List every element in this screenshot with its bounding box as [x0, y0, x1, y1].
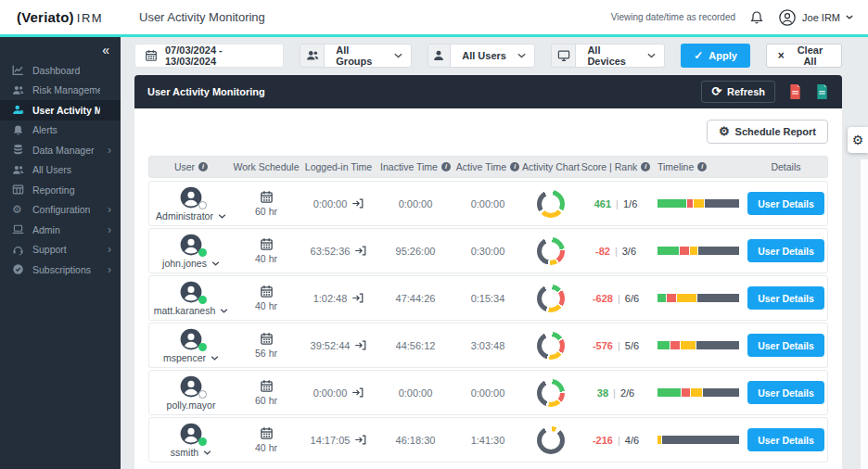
user-menu[interactable]: Joe IRM	[778, 8, 853, 27]
veriato-logo: (Veriato) IRM	[0, 9, 121, 25]
user-details-button[interactable]: User Details	[747, 286, 824, 310]
activity-chart-cell	[522, 237, 580, 265]
table-header-row: User i Work Schedule Logged-in Time Inac…	[148, 156, 828, 178]
groups-filter[interactable]: All Groups	[300, 44, 412, 68]
headset-icon	[12, 244, 25, 256]
timeline-segment-red	[667, 294, 676, 302]
logged-in-time-cell: 39:52:44	[300, 339, 377, 351]
user-name: Administrator	[156, 210, 213, 222]
user-details-button[interactable]: User Details	[747, 428, 824, 451]
sidebar-item-label: Risk Management	[32, 84, 100, 95]
user-details-button[interactable]: User Details	[747, 192, 824, 215]
details-cell: User Details	[745, 192, 827, 215]
user-name: polly.mayor	[167, 399, 216, 411]
user-activity-table: User i Work Schedule Logged-in Time Inac…	[148, 156, 828, 463]
timeline-segment-green	[657, 341, 670, 349]
report-table-icon	[12, 184, 25, 196]
inactive-time-cell: 0:00:00	[377, 198, 453, 209]
sidebar-item-risk-management[interactable]: Risk Management ›	[0, 81, 121, 101]
info-icon[interactable]: i	[198, 162, 208, 171]
info-icon[interactable]: i	[510, 162, 519, 171]
date-range-picker[interactable]: 07/03/2024 - 13/03/2024	[134, 44, 284, 68]
column-header-timeline: Timeline i	[652, 161, 745, 172]
user-cell[interactable]: ssmith	[149, 422, 233, 458]
sidebar-item-subscriptions[interactable]: Subscriptions ›	[0, 260, 121, 280]
refresh-button[interactable]: ⟳ Refresh	[701, 81, 775, 103]
user-details-button[interactable]: User Details	[747, 334, 824, 357]
login-icon	[351, 197, 364, 209]
chevron-right-icon: ›	[108, 265, 111, 274]
timeline-segment-dark	[662, 436, 739, 444]
user-avatar-icon	[179, 233, 203, 257]
export-pdf-icon[interactable]	[788, 83, 802, 100]
timeline-segment-red	[680, 247, 689, 255]
logged-in-time-value: 63:52:36	[311, 246, 351, 257]
work-schedule-cell: 40 hr	[233, 237, 300, 264]
user-avatar-icon	[179, 185, 203, 209]
chevron-right-icon: ›	[108, 225, 111, 234]
column-header-score-rank: Score | Rank i	[580, 161, 652, 172]
chevron-right-icon: ›	[108, 245, 111, 254]
sidebar-item-all-users[interactable]: All Users ›	[0, 160, 121, 181]
user-name: john.jones	[162, 258, 207, 269]
user-cell[interactable]: Administrator	[149, 185, 233, 222]
filter-dropdowns: All Groups All Users All Devices	[300, 44, 665, 68]
logo-text-light: IRM	[77, 11, 103, 25]
chevron-right-icon: ›	[108, 146, 111, 155]
users-filter[interactable]: All Users	[428, 44, 535, 68]
monitor-icon	[552, 44, 576, 67]
user-cell[interactable]: john.jones	[149, 233, 233, 269]
sidebar-item-label: Subscriptions	[32, 264, 91, 275]
work-schedule-cell: 40 hr	[233, 285, 300, 311]
timeline-bar	[657, 388, 739, 397]
clear-all-button[interactable]: × Clear All	[766, 44, 842, 68]
info-icon[interactable]: i	[697, 162, 707, 171]
activity-donut-chart	[537, 285, 565, 312]
table-row: ssmith 40 hr 14:17:05 46:18:30 1:41:30 -…	[148, 417, 828, 463]
inactive-time-cell: 47:44:26	[377, 293, 453, 304]
schedule-report-button[interactable]: ⚙ Schedule Report	[707, 120, 828, 144]
info-icon[interactable]: i	[441, 162, 451, 171]
sidebar-item-data-manager[interactable]: Data Manager ›	[0, 140, 121, 160]
inactive-time-cell: 44:56:12	[377, 340, 453, 351]
user-avatar-icon	[179, 280, 203, 304]
main-content: 07/03/2024 - 13/03/2024 All Groups All U…	[121, 37, 868, 469]
user-details-button[interactable]: User Details	[747, 239, 824, 262]
activity-chart-cell	[522, 285, 580, 312]
user-cell[interactable]: matt.karanesh	[149, 280, 233, 316]
user-cell[interactable]: polly.mayor	[149, 374, 233, 411]
apply-button[interactable]: ✓ Apply	[681, 44, 750, 68]
score-rank-cell: 461 | 1/6	[580, 198, 652, 209]
chevron-down-icon	[647, 53, 664, 58]
timeline-segment-yellow	[677, 294, 696, 302]
score-rank-cell: -628 | 6/6	[580, 293, 652, 304]
calendar-icon	[260, 190, 274, 204]
devices-filter[interactable]: All Devices	[551, 44, 665, 68]
sidebar-item-support[interactable]: Support ›	[0, 240, 121, 260]
sidebar-item-configuration[interactable]: ⚙ Configuration ›	[0, 200, 121, 221]
user-name: ssmith	[171, 447, 198, 458]
sidebar-item-label: Alerts	[32, 124, 57, 135]
dropdown-value: All Users	[451, 50, 517, 61]
user-name: matt.karanesh	[154, 305, 216, 316]
user-details-button[interactable]: User Details	[747, 381, 824, 404]
sidebar-item-user-activity-monitoring[interactable]: User Activity Monitoring ›	[0, 100, 121, 120]
notifications-bell-icon[interactable]	[749, 10, 764, 25]
status-dot	[198, 296, 207, 304]
settings-gear-tab[interactable]: ⚙	[848, 127, 868, 153]
sidebar-collapse-button[interactable]: «	[102, 44, 109, 57]
calendar-icon	[260, 332, 274, 346]
export-excel-icon[interactable]	[815, 83, 829, 100]
sidebar-item-alerts[interactable]: Alerts ›	[0, 120, 121, 141]
inactive-time-cell: 95:26:00	[377, 246, 453, 257]
user-cell[interactable]: mspencer	[149, 327, 233, 363]
sidebar-item-reporting[interactable]: Reporting ›	[0, 180, 121, 200]
activity-donut-chart	[537, 379, 565, 407]
score-value: 461	[594, 198, 611, 209]
sidebar-item-admin[interactable]: Admin ›	[0, 220, 121, 240]
rank-value: 5/6	[625, 340, 639, 351]
details-cell: User Details	[745, 381, 827, 404]
info-icon[interactable]: i	[641, 162, 650, 171]
logged-in-time-cell: 14:17:05	[300, 434, 377, 446]
sidebar-item-dashboard[interactable]: Dashboard ›	[0, 60, 121, 81]
